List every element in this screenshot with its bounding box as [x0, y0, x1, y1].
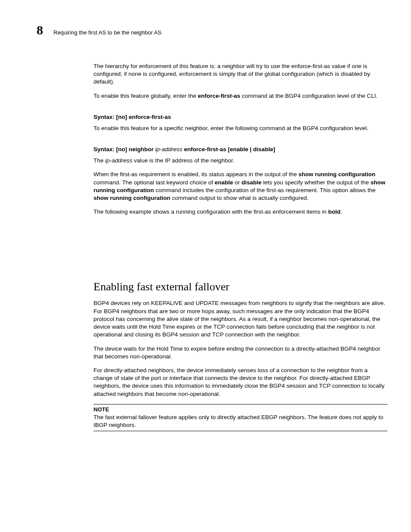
note-block: NOTE The fast external fallover feature …: [93, 404, 387, 431]
note-text: The fast external fallover feature appli…: [93, 414, 387, 429]
text: or: [233, 179, 242, 186]
text: command at the BGP4 configuration level …: [240, 93, 377, 99]
command-text: show running configuration: [93, 195, 170, 201]
syntax-line: Syntax: [no] enforce-first-as: [93, 114, 387, 120]
syntax-line: Syntax: [no] neighbor ip-address enforce…: [93, 146, 387, 152]
text: To enable this feature globally, enter t…: [93, 93, 198, 99]
text: When the first-as requirement is enabled…: [93, 171, 299, 177]
bold-text: bold: [328, 208, 341, 215]
text: value is the IP address of the neighbor.: [132, 157, 234, 164]
paragraph: To enable this feature globally, enter t…: [93, 92, 387, 100]
text: lets you specify whether the output of t…: [262, 179, 371, 186]
text: command. The optional last keyword choic…: [93, 179, 215, 186]
paragraph: When the first-as requirement is enabled…: [93, 171, 387, 202]
paragraph: To enable this feature for a specific ne…: [93, 124, 387, 132]
paragraph: For directly-attached neighbors, the dev…: [93, 367, 387, 398]
command-text: enforce-first-as: [198, 93, 240, 99]
text: command includes the configuration of th…: [154, 187, 376, 193]
syntax-body: [no] neighbor: [116, 146, 156, 152]
note-label: NOTE: [93, 406, 387, 413]
command-text: enable: [215, 179, 233, 186]
note-rule-top: [93, 404, 387, 404]
syntax-label: Syntax:: [93, 146, 116, 152]
text: The: [93, 157, 105, 164]
command-text: disable: [241, 179, 262, 186]
variable-text: ip-address: [105, 157, 132, 164]
note-rule-bottom: [93, 431, 387, 431]
syntax-body: [no] enforce-first-as: [116, 114, 171, 120]
command-text: show running configuration: [299, 171, 375, 177]
chapter-number: 8: [37, 24, 43, 37]
page-header: 8 Requiring the first AS to be the neigh…: [37, 24, 387, 37]
content-area: The hierarchy for enforcement of this fe…: [93, 62, 387, 431]
text: The following example shows a running co…: [93, 208, 328, 215]
text: command output to show what is actually …: [170, 195, 308, 201]
section-heading: Enabling fast external fallover: [93, 280, 387, 293]
page: 8 Requiring the first AS to be the neigh…: [0, 0, 411, 459]
paragraph: BGP4 devices rely on KEEPALIVE and UPDAT…: [93, 299, 387, 339]
paragraph: The following example shows a running co…: [93, 208, 387, 216]
syntax-variable: ip-address: [155, 146, 182, 152]
running-title: Requiring the first AS to be the neighbo…: [53, 29, 162, 36]
syntax-label: Syntax:: [93, 114, 116, 120]
paragraph: The device waits for the Hold Time to ex…: [93, 345, 387, 361]
paragraph: The hierarchy for enforcement of this fe…: [93, 62, 387, 86]
syntax-body: enforce-first-as [enable | disable]: [182, 146, 275, 152]
text: .: [340, 208, 342, 215]
paragraph: The ip-address value is the IP address o…: [93, 157, 387, 165]
